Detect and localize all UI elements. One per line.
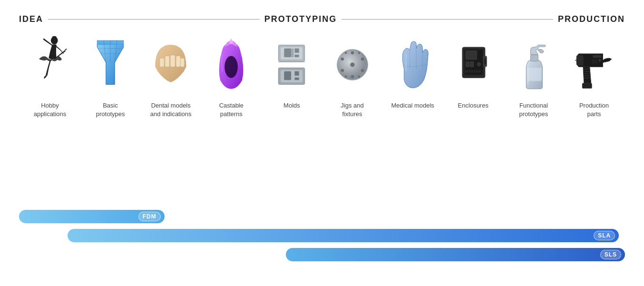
svg-rect-13 [181, 58, 185, 67]
svg-rect-47 [470, 62, 473, 67]
item-label-molds: Molds [283, 101, 300, 110]
spray-icon [512, 36, 555, 93]
svg-rect-18 [295, 49, 299, 53]
item-image-dental [147, 34, 195, 96]
bar-row-sls: SLS [19, 248, 625, 261]
item-molds: Molds [265, 34, 318, 110]
item-jigs: Jigs and fixtures [326, 34, 379, 118]
svg-rect-22 [281, 70, 302, 82]
item-castable: Castable patterns [205, 34, 257, 118]
svg-point-36 [358, 52, 360, 54]
svg-point-29 [351, 51, 353, 54]
bar-row-sla: SLA [19, 229, 625, 242]
item-label-functional: Functional prototypes [519, 101, 548, 118]
svg-point-48 [477, 62, 480, 66]
svg-point-31 [341, 58, 343, 60]
item-label-hobby: Hobby applications [34, 101, 67, 118]
bar-label-sla: SLA [594, 231, 615, 240]
item-functional: Functional prototypes [507, 34, 560, 118]
bar-sls: SLS [286, 248, 625, 261]
bars-section: FDM SLA SLS [19, 210, 625, 267]
item-enclosures: Enclosures [447, 34, 499, 110]
svg-point-37 [344, 76, 347, 78]
teeth-icon [149, 36, 192, 93]
svg-rect-19 [295, 55, 299, 58]
svg-point-30 [351, 75, 353, 78]
item-image-production [570, 34, 618, 96]
line-idea-proto [48, 19, 260, 20]
item-label-production: Production parts [579, 101, 609, 118]
prototyping-label: PROTOTYPING [264, 14, 337, 24]
item-image-enclosures [449, 34, 497, 96]
idea-label: IDEA [19, 14, 43, 24]
item-dental: Dental models and indications [145, 34, 197, 118]
svg-point-28 [350, 62, 354, 67]
header-row: IDEA PROTOTYPING PRODUCTION [19, 0, 625, 24]
svg-rect-24 [295, 71, 299, 76]
production-label: PRODUCTION [558, 14, 625, 24]
item-label-dental: Dental models and indications [150, 101, 192, 118]
item-label-enclosures: Enclosures [458, 101, 488, 110]
mold-icon [270, 36, 313, 93]
svg-rect-50 [484, 58, 486, 65]
item-label-medical: Medical models [391, 101, 434, 110]
main-container: IDEA PROTOTYPING PRODUCTION [0, 0, 644, 286]
hand-icon [391, 36, 434, 93]
bar-fdm: FDM [19, 210, 165, 223]
item-image-molds [268, 34, 315, 96]
svg-point-33 [361, 58, 364, 60]
svg-point-14 [224, 56, 238, 78]
item-label-basic: Basic prototypes [96, 101, 125, 118]
item-image-castable [207, 34, 255, 96]
svg-point-38 [358, 76, 360, 78]
item-medical: Medical models [387, 34, 439, 110]
item-label-jigs: Jigs and fixtures [341, 101, 363, 118]
item-image-basic [87, 34, 134, 96]
svg-point-34 [361, 69, 364, 72]
svg-rect-12 [176, 56, 180, 67]
svg-rect-68 [576, 56, 583, 65]
line-proto-prod [342, 19, 553, 20]
svg-point-32 [341, 69, 343, 72]
ballerina-icon [29, 36, 71, 93]
item-label-castable: Castable patterns [219, 101, 244, 118]
bar-sla: SLA [68, 229, 619, 242]
svg-rect-23 [284, 71, 292, 80]
drill-icon [573, 36, 615, 93]
ring-icon [210, 36, 253, 93]
svg-rect-71 [593, 55, 601, 58]
bar-label-fdm: FDM [138, 212, 161, 221]
svg-rect-46 [466, 62, 469, 67]
item-image-functional [510, 34, 557, 96]
item-image-medical [389, 34, 437, 96]
svg-rect-10 [165, 56, 169, 67]
item-image-hobby [26, 34, 74, 96]
svg-rect-61 [527, 68, 541, 81]
item-production: Production parts [568, 34, 620, 118]
svg-rect-11 [170, 55, 175, 67]
box-icon [452, 36, 495, 93]
item-basic: Basic prototypes [84, 34, 137, 118]
svg-point-35 [344, 52, 347, 54]
svg-rect-25 [295, 78, 299, 80]
disc-icon [331, 36, 374, 93]
svg-rect-70 [582, 83, 592, 89]
items-row: Hobby applications [19, 34, 625, 118]
item-image-jigs [329, 34, 376, 96]
item-hobby: Hobby applications [24, 34, 76, 118]
svg-rect-9 [160, 58, 164, 67]
svg-rect-17 [284, 49, 292, 57]
funnel-icon [89, 36, 132, 93]
svg-rect-60 [530, 55, 538, 61]
svg-point-72 [598, 59, 601, 62]
bar-row-fdm: FDM [19, 210, 625, 223]
svg-rect-45 [466, 50, 477, 59]
bar-label-sls: SLS [600, 250, 621, 259]
svg-rect-20 [292, 49, 294, 57]
